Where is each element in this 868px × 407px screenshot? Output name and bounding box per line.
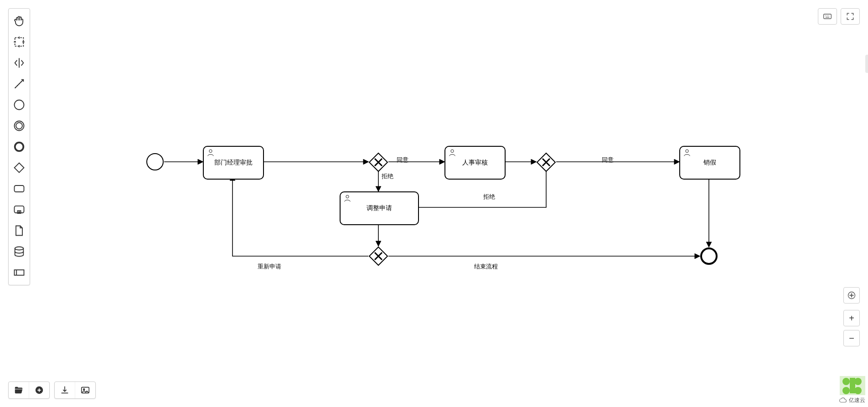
- top-right-controls: [818, 8, 860, 25]
- svg-marker-14: [15, 163, 24, 173]
- flow-label-end[interactable]: 结束流程: [474, 263, 498, 271]
- user-task-cancel-leave[interactable]: 销假: [679, 146, 740, 180]
- data-object-icon[interactable]: [9, 220, 30, 241]
- exclusive-gateway-1[interactable]: [368, 152, 388, 172]
- space-tool-icon[interactable]: [9, 52, 30, 73]
- user-task-icon: [448, 149, 456, 157]
- user-task-icon: [207, 149, 215, 157]
- flow-label-reject-1[interactable]: 拒绝: [382, 172, 393, 180]
- open-file-button[interactable]: [9, 382, 29, 398]
- keyboard-shortcuts-button[interactable]: [818, 8, 837, 25]
- tool-palette: [8, 8, 30, 285]
- diagram-canvas[interactable]: [0, 0, 868, 407]
- zoom-in-label: +: [849, 313, 854, 324]
- task-label: 部门经理审批: [214, 159, 253, 167]
- start-event-icon[interactable]: [9, 94, 30, 115]
- flow-label-reapply[interactable]: 重新申请: [258, 263, 281, 271]
- svg-point-12: [16, 123, 22, 129]
- download-image-button[interactable]: [75, 382, 95, 398]
- task-label: 销假: [703, 159, 716, 167]
- svg-rect-15: [15, 185, 24, 192]
- svg-point-13: [15, 143, 24, 151]
- user-task-hr-review[interactable]: 人事审核: [444, 146, 506, 180]
- download-bpmn-button[interactable]: [55, 382, 75, 398]
- user-task-dept-approval[interactable]: 部门经理审批: [203, 146, 264, 180]
- svg-point-8: [701, 248, 717, 264]
- svg-rect-23: [824, 14, 832, 19]
- svg-point-3: [451, 149, 454, 152]
- svg-rect-31: [850, 378, 855, 393]
- global-connect-tool-icon[interactable]: [9, 73, 30, 94]
- zoom-controls: + −: [843, 310, 860, 346]
- svg-point-22: [83, 389, 85, 390]
- flow-label-approve-2[interactable]: 同意: [602, 156, 614, 164]
- svg-point-10: [15, 100, 24, 110]
- svg-point-28: [854, 378, 862, 385]
- svg-point-6: [686, 149, 688, 152]
- svg-rect-9: [15, 38, 24, 46]
- subprocess-expanded-icon[interactable]: [9, 199, 30, 220]
- create-new-button[interactable]: [29, 382, 49, 398]
- svg-point-27: [842, 378, 850, 385]
- end-event[interactable]: [700, 247, 718, 265]
- right-edge-handle[interactable]: [865, 55, 868, 73]
- io-toolbar: [8, 381, 96, 399]
- reset-viewport-button[interactable]: [843, 287, 860, 304]
- cloud-icon: [839, 396, 847, 404]
- task-label: 调整申请: [367, 204, 392, 212]
- exclusive-gateway-icon[interactable]: [9, 157, 30, 178]
- zoom-out-button[interactable]: −: [843, 330, 860, 346]
- exclusive-gateway-3[interactable]: [368, 246, 388, 266]
- end-event-icon[interactable]: [9, 136, 30, 157]
- svg-point-25: [851, 295, 852, 296]
- intermediate-event-icon[interactable]: [9, 115, 30, 136]
- svg-point-5: [346, 195, 349, 198]
- brand-name: 亿速云: [849, 397, 865, 404]
- task-label: 人事审核: [462, 159, 488, 167]
- svg-rect-19: [15, 270, 24, 275]
- user-task-adjust-request[interactable]: 调整申请: [340, 191, 419, 225]
- data-store-icon[interactable]: [9, 241, 30, 262]
- participant-pool-icon[interactable]: [9, 262, 30, 283]
- flow-label-approve-1[interactable]: 同意: [397, 156, 408, 164]
- svg-point-29: [842, 387, 850, 394]
- fullscreen-toggle-button[interactable]: [841, 8, 860, 25]
- task-icon[interactable]: [9, 178, 30, 199]
- zoom-in-button[interactable]: +: [843, 310, 860, 326]
- svg-point-1: [209, 149, 212, 152]
- user-task-icon: [683, 149, 691, 157]
- svg-point-18: [15, 247, 24, 250]
- user-task-icon: [343, 194, 351, 202]
- hand-tool-icon[interactable]: [9, 10, 30, 31]
- brand-watermark: 亿速云: [839, 376, 865, 404]
- zoom-out-label: −: [849, 333, 854, 344]
- start-event[interactable]: [146, 153, 164, 171]
- lasso-tool-icon[interactable]: [9, 31, 30, 52]
- exclusive-gateway-2[interactable]: [536, 152, 556, 172]
- brand-logo-icon: [840, 376, 865, 395]
- svg-point-0: [147, 154, 163, 170]
- svg-point-30: [854, 387, 862, 394]
- flow-label-reject-2[interactable]: 拒绝: [483, 193, 495, 201]
